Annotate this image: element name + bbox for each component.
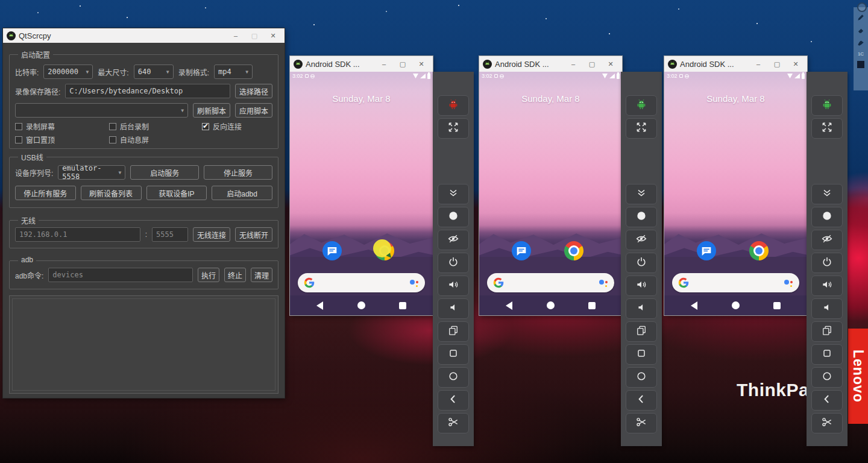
wireless-disconnect-button[interactable]: 无线断开 [235, 227, 272, 242]
device-serial-combo[interactable]: emulator-5558▼ [58, 165, 125, 180]
power-button[interactable] [626, 253, 657, 273]
qtscrcpy-titlebar[interactable]: QtScrcpy – ▢ ✕ [3, 28, 285, 43]
adb-execute-button[interactable]: 执行 [198, 268, 219, 282]
log-output-area[interactable] [9, 295, 278, 394]
close-button[interactable]: ✕ [603, 60, 618, 68]
group-control-button[interactable] [811, 95, 843, 116]
pencil-icon[interactable] [857, 13, 865, 22]
menu-button[interactable] [438, 344, 469, 365]
nav-recent-button[interactable] [773, 302, 781, 309]
touch-dot-button[interactable] [626, 207, 657, 227]
messages-app-icon[interactable] [697, 241, 716, 260]
wireless-connect-button[interactable]: 无线连接 [193, 227, 230, 242]
google-assistant-icon[interactable] [784, 278, 793, 288]
volume-up-button[interactable] [438, 276, 469, 296]
maximize-button[interactable]: ▢ [247, 32, 262, 40]
touch-dot-button[interactable] [438, 207, 469, 227]
minimize-button[interactable]: – [750, 60, 766, 68]
script-combo[interactable]: ▼ [15, 103, 188, 118]
record-format-combo[interactable]: mp4▼ [214, 65, 253, 79]
google-search-bar[interactable] [672, 273, 799, 292]
volume-up-button[interactable] [626, 276, 657, 296]
wireless-ip-input[interactable] [15, 227, 140, 242]
fullscreen-button[interactable] [438, 118, 469, 139]
emulator-3-titlebar[interactable]: Android SDK ... – ▢ ✕ [664, 56, 807, 72]
power-button[interactable] [438, 253, 469, 273]
close-button[interactable]: ✕ [265, 32, 281, 40]
maximize-button[interactable]: ▢ [395, 60, 410, 68]
emulator-2-screen[interactable]: 3:02 Sunday, Mar 8 [479, 72, 622, 315]
reverse-connect-checkbox[interactable]: 反向连接 [202, 121, 242, 131]
menu-button[interactable] [811, 344, 843, 365]
back-button[interactable] [626, 390, 657, 411]
nav-home-button[interactable] [732, 301, 740, 309]
nav-home-button[interactable] [357, 301, 365, 309]
screen-off-button[interactable] [626, 230, 657, 250]
group-control-button[interactable] [626, 95, 657, 116]
apply-script-button[interactable]: 应用脚本 [235, 103, 272, 118]
filled-square-icon[interactable] [857, 61, 864, 68]
expand-notifications-button[interactable] [438, 184, 469, 204]
adb-terminate-button[interactable]: 终止 [224, 268, 246, 282]
stop-service-button[interactable]: 停止服务 [204, 165, 272, 180]
background-record-checkbox[interactable]: 后台录制 [109, 121, 197, 131]
volume-down-button[interactable] [438, 298, 469, 319]
fullscreen-button[interactable] [626, 118, 657, 139]
refresh-script-button[interactable]: 刷新脚本 [193, 103, 230, 118]
fullscreen-button[interactable] [811, 118, 843, 139]
back-button[interactable] [438, 390, 469, 411]
start-adbd-button[interactable]: 启动adbd [212, 186, 272, 200]
google-search-bar[interactable] [487, 273, 614, 292]
volume-down-button[interactable] [811, 298, 843, 319]
screen-off-button[interactable] [811, 230, 843, 250]
maximize-button[interactable]: ▢ [769, 60, 785, 68]
group-control-button[interactable] [438, 95, 469, 116]
touch-dot-button[interactable] [811, 207, 843, 227]
messages-app-icon[interactable] [512, 241, 531, 260]
home-button[interactable] [626, 367, 657, 388]
home-button[interactable] [811, 367, 843, 388]
screenshot-button[interactable] [626, 413, 657, 433]
screenshot-button[interactable] [811, 413, 843, 433]
maximize-button[interactable]: ▢ [584, 60, 600, 68]
stop-all-services-button[interactable]: 停止所有服务 [15, 186, 76, 200]
volume-down-button[interactable] [626, 298, 657, 319]
close-button[interactable]: ✕ [414, 60, 429, 68]
messages-app-icon[interactable] [322, 241, 342, 260]
emulator-3-screen[interactable]: 3:02 Sunday, Mar 8 [664, 72, 807, 315]
max-size-combo[interactable]: 640▼ [134, 65, 174, 79]
back-button[interactable] [811, 390, 843, 411]
emulator-1-screen[interactable]: 3:02 Sunday, Mar 8 [290, 72, 433, 315]
close-button[interactable]: ✕ [788, 60, 804, 68]
chrome-app-icon[interactable] [749, 241, 769, 260]
get-device-ip-button[interactable]: 获取设备IP [146, 186, 207, 200]
eraser-icon[interactable] [857, 26, 865, 34]
start-service-button[interactable]: 启动服务 [130, 165, 199, 180]
nav-home-button[interactable] [547, 301, 555, 309]
adb-clean-button[interactable]: 清理 [251, 268, 272, 282]
google-assistant-icon[interactable] [409, 278, 419, 288]
home-button[interactable] [438, 367, 469, 388]
marker-icon[interactable] [857, 39, 865, 47]
volume-up-button[interactable] [811, 276, 843, 296]
menu-button[interactable] [626, 344, 657, 365]
app-switch-button[interactable] [438, 321, 469, 342]
record-screen-checkbox[interactable]: 录制屏幕 [15, 121, 104, 131]
choose-path-button[interactable]: 选择路径 [235, 84, 272, 98]
auto-screen-off-checkbox[interactable]: 自动息屏 [109, 134, 149, 145]
screenshot-button[interactable] [438, 413, 469, 433]
nav-back-button[interactable] [506, 301, 512, 310]
emulator-2-titlebar[interactable]: Android SDK ... – ▢ ✕ [479, 56, 622, 72]
wireless-port-input[interactable] [152, 227, 188, 242]
screen-off-button[interactable] [438, 230, 469, 250]
app-switch-button[interactable] [626, 321, 657, 342]
refresh-device-list-button[interactable]: 刷新设备列表 [81, 186, 142, 200]
minimize-button[interactable]: – [228, 32, 244, 39]
nav-recent-button[interactable] [588, 302, 596, 309]
window-on-top-checkbox[interactable]: 窗口置顶 [15, 134, 104, 145]
app-switch-button[interactable] [811, 321, 843, 342]
adb-command-input[interactable] [48, 268, 193, 282]
minimize-button[interactable]: – [565, 60, 581, 68]
save-path-input[interactable] [65, 84, 230, 98]
nav-recent-button[interactable] [399, 302, 406, 309]
